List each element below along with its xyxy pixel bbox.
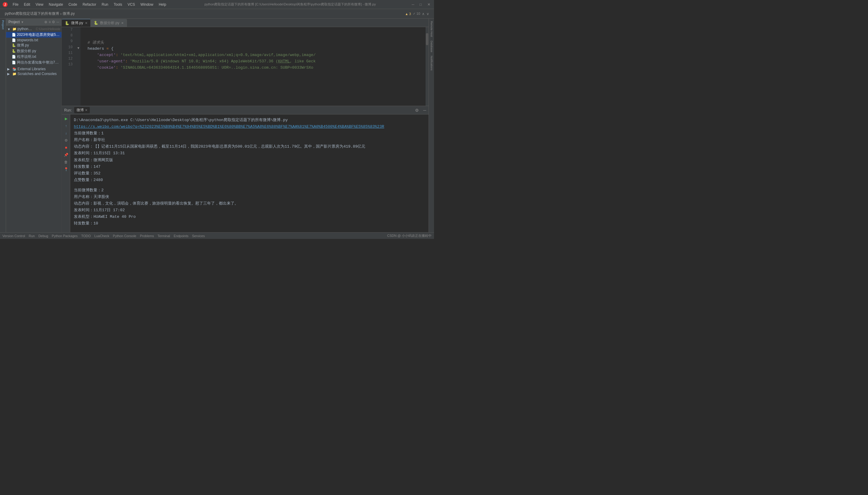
project-label: Project (8, 20, 20, 24)
collapse-all-icon[interactable]: ≡ (49, 20, 51, 24)
scroll-down-btn[interactable]: ↓ (63, 130, 69, 136)
status-problems[interactable]: Problems (140, 234, 154, 238)
post2-username: 用户名称：天津股侠 (74, 194, 425, 200)
file-csv1-name: 2023年电影总票房突破500亿元.csv (17, 32, 60, 37)
run-tab-close[interactable]: ✕ (85, 108, 87, 112)
folder-icon: 📁 (12, 27, 17, 31)
main-layout: Project Project ▼ ⊕ ≡ ⚙ ─ ▼ 📁 python爬取指定… (0, 19, 434, 232)
status-luacheck[interactable]: LuaCheck (94, 234, 109, 238)
tree-item-csv2[interactable]: 📄 网信办发通知集中整治7类突出问题.csv (6, 59, 62, 65)
app-logo-icon: J (2, 2, 8, 7)
tree-item-py2[interactable]: 🐍 数据分析.py (6, 48, 62, 54)
run-tab-label: 微博 (76, 107, 84, 113)
clear-btn[interactable]: 🗑 (63, 159, 69, 165)
maximize-button[interactable]: □ (420, 2, 424, 6)
rerun-button[interactable]: ▶ (63, 116, 69, 122)
code-lines: 7 8 9 10 11 12 13 ▼ # 请求头 (62, 27, 429, 106)
close-button[interactable]: ✕ (427, 2, 431, 6)
structure-tab[interactable] (0, 31, 6, 43)
tree-item-txt2[interactable]: 📄 程序说明.txt (6, 54, 62, 59)
pin-btn[interactable]: 📌 (63, 152, 69, 158)
scratches-name: Scratches and Consoles (17, 72, 60, 76)
code-editor[interactable]: 7 8 9 10 11 12 13 ▼ # 请求头 (62, 27, 429, 106)
menu-edit[interactable]: Edit (21, 2, 33, 7)
menu-code[interactable]: Code (66, 2, 80, 7)
status-run[interactable]: Run (29, 234, 35, 238)
py-file-icon: 🐍 (12, 44, 16, 47)
project-dropdown-icon[interactable]: ▼ (21, 20, 24, 24)
run-label: Run: (64, 108, 72, 113)
panel-header-icons: ⊕ ≡ ⚙ ─ (44, 20, 59, 24)
expand-button[interactable]: ∧ (422, 12, 425, 16)
tree-item-csv1[interactable]: 📄 2023年电影总票房突破500亿元.csv (6, 32, 62, 38)
status-todo[interactable]: TODO (81, 234, 91, 238)
scrollbar-thumb[interactable] (426, 33, 428, 45)
left-sidebar: Project (0, 19, 6, 232)
run-output: D:\Anaconda3\python.exe C:\Users\Hellood… (70, 115, 429, 232)
code-content[interactable]: # 请求头 headers = { 'accept': 'text/html,a… (81, 27, 426, 106)
post1-reposts: 转发数量：147 (74, 164, 425, 170)
collapse-button[interactable]: ∨ (426, 12, 429, 16)
fold-indicator[interactable]: ▼ (76, 46, 81, 51)
menu-tools[interactable]: Tools (111, 2, 124, 7)
hide-run-icon[interactable]: ─ (423, 108, 426, 113)
status-python-console[interactable]: Python Console (113, 234, 137, 238)
menu-window[interactable]: Window (138, 2, 156, 7)
menu-refactor[interactable]: Refactor (80, 2, 99, 7)
tree-item-scratches[interactable]: ▶ 📁 Scratches and Consoles (6, 71, 62, 76)
right-tab-database[interactable]: Database (429, 39, 434, 54)
lib-icon: 📚 (12, 67, 17, 71)
status-python-packages[interactable]: Python Packages (52, 234, 78, 238)
menu-help[interactable]: Help (156, 2, 169, 7)
minimize-button[interactable]: ─ (412, 2, 416, 6)
tab-bar: 🐍 微博.py ✕ 🐍 数据分析.py ✕ (62, 19, 429, 27)
scratch-icon: 📁 (12, 72, 17, 76)
project-tree: ▼ 📁 python爬取指定话题下的所有微博 C:\Users\Helloode… (6, 25, 62, 232)
project-tab[interactable]: Project (0, 19, 6, 31)
hide-panel-icon[interactable]: ─ (56, 20, 59, 24)
menu-vcs[interactable]: VCS (125, 2, 137, 7)
menu-file[interactable]: File (10, 2, 21, 7)
status-services[interactable]: Services (192, 234, 205, 238)
status-left: Version Control Run Debug Python Package… (2, 234, 205, 238)
status-terminal[interactable]: Terminal (158, 234, 170, 238)
tree-item-py1[interactable]: 🐍 微博.py (6, 42, 62, 48)
run-panel: Run: 微博 ✕ ⚙ ─ ▶ ↑ ↓ ⚙ ■ 📌 🗑 (62, 106, 429, 232)
right-tab-notifications[interactable]: Notifications (429, 54, 434, 72)
root-folder-name: python爬取指定话题下的所有微博 (17, 27, 34, 32)
stop-button[interactable]: ■ (63, 144, 69, 151)
menu-run[interactable]: Run (99, 2, 110, 7)
tree-item-txt1[interactable]: 📄 stopwords.txt (6, 38, 62, 42)
pin2-btn[interactable]: 📍 (63, 166, 69, 172)
menu-navigate[interactable]: Navigate (47, 2, 65, 7)
menu-view[interactable]: View (33, 2, 46, 7)
tab-data-analysis[interactable]: 🐍 数据分析.py ✕ (91, 19, 127, 27)
tab-weibo[interactable]: 🐍 微博.py ✕ (62, 19, 91, 27)
tree-root[interactable]: ▼ 📁 python爬取指定话题下的所有微博 C:\Users\Helloode (6, 26, 62, 32)
tree-item-ext-libs[interactable]: ▶ 📚 External Libraries (6, 67, 62, 71)
run-content-area: ▶ ↑ ↓ ⚙ ■ 📌 🗑 📍 D:\Anaconda3\python.exe … (62, 115, 429, 232)
tab-weibo-close[interactable]: ✕ (85, 21, 87, 25)
settings-run-btn[interactable]: ⚙ (63, 137, 69, 143)
locate-icon[interactable]: ⊕ (44, 20, 47, 24)
title-bar: J File Edit View Navigate Code Refactor … (0, 0, 434, 9)
status-endpoints[interactable]: Endpoints (174, 234, 188, 238)
status-version-control[interactable]: Version Control (2, 234, 25, 238)
right-tab-remote[interactable]: Remote Host (429, 20, 434, 38)
file-txt2-name: 程序说明.txt (17, 54, 60, 59)
run-tab-weibo[interactable]: 微博 ✕ (74, 107, 90, 113)
weibo-url[interactable]: https://s.weibo.com/weibo?q=%232023%E5%B… (74, 124, 384, 129)
file-py1-name: 微博.py (17, 43, 60, 48)
status-debug[interactable]: Debug (38, 234, 48, 238)
scroll-up-btn[interactable]: ↑ (63, 123, 69, 129)
settings-run-icon[interactable]: ⚙ (415, 108, 419, 113)
settings-icon[interactable]: ⚙ (52, 20, 55, 24)
tab-data-close[interactable]: ✕ (121, 21, 123, 25)
file-txt1-name: stopwords.txt (17, 38, 60, 42)
editor-scrollbar[interactable] (426, 27, 429, 106)
csv-file-icon: 📄 (12, 33, 16, 37)
url-line[interactable]: https://s.weibo.com/weibo?q=%232023%E5%B… (74, 123, 425, 130)
tab-data-label: 数据分析.py (100, 20, 119, 25)
bookmarks-tab[interactable] (0, 43, 6, 55)
post1-date: 发表时间：11月15日 13:31 (74, 150, 425, 157)
